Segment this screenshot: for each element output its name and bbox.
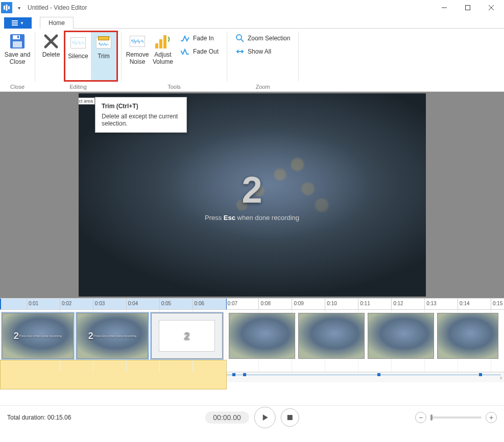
timeline-clip[interactable] (229, 313, 295, 359)
ruler-tick: 0:05 (159, 299, 171, 309)
timeline-clip[interactable]: 2Press Esc when done recording (2, 313, 74, 359)
svg-rect-12 (13, 41, 22, 47)
svg-rect-2 (8, 6, 10, 9)
timeline-ruler[interactable]: 0:010:020:030:040:050:060:070:080:090:10… (0, 299, 504, 310)
remove-noise-icon (129, 33, 146, 50)
tab-home[interactable]: Home (40, 17, 74, 29)
group-name-tools: Tools (167, 82, 181, 91)
file-menu-button[interactable]: ▼ (4, 17, 32, 29)
playhead-time: 00:00.00 (205, 411, 249, 424)
ruler-tick: 0:08 (258, 299, 270, 309)
fade-out-icon (181, 47, 190, 56)
zoom-slider-thumb[interactable] (430, 414, 433, 421)
svg-rect-8 (12, 22, 18, 23)
svg-rect-13 (17, 36, 19, 38)
save-icon (9, 33, 26, 50)
title-bar: ▾ Untitled - Video Editor (0, 0, 504, 15)
save-and-close-button[interactable]: Save and Close (3, 31, 32, 79)
silence-icon (69, 34, 87, 52)
group-name-close: Close (10, 82, 25, 91)
trim-button[interactable]: Trim (91, 32, 116, 80)
hint-prefix: Press (205, 214, 224, 222)
fade-out-button[interactable]: Fade Out (179, 46, 221, 57)
ruler-tick: 0:01 (27, 299, 38, 309)
svg-rect-4 (466, 6, 470, 10)
svg-rect-7 (12, 20, 18, 21)
ruler-tick: 0:07 (226, 299, 237, 309)
close-window-button[interactable] (479, 0, 503, 15)
adjust-volume-label: Adjust Volume (153, 52, 173, 66)
group-name-zoom: Zoom (256, 82, 270, 91)
save-and-close-label: Save and Close (5, 52, 31, 66)
total-duration: Total duration: 00:15.06 (7, 414, 71, 421)
play-button[interactable] (254, 407, 276, 428)
group-name-editing: Editing (69, 82, 87, 91)
zoom-slider[interactable] (430, 416, 482, 419)
adjust-volume-button[interactable]: Adjust Volume (150, 31, 176, 79)
ruler-tick: 0:12 (391, 299, 403, 309)
timeline-clip[interactable]: 2 (151, 313, 223, 359)
svg-rect-19 (287, 415, 293, 420)
zoom-selection-icon (235, 34, 245, 43)
ruler-tick: 0:04 (126, 299, 138, 309)
delete-button[interactable]: Delete (38, 31, 64, 79)
status-bar: Total duration: 00:15.06 00:00.00 − + (0, 405, 504, 429)
countdown-number: 2 (242, 169, 262, 211)
silence-button[interactable]: Silence (65, 32, 91, 80)
ruler-tick: 0:02 (60, 299, 71, 309)
silence-label: Silence (68, 53, 88, 60)
app-icon (1, 2, 12, 13)
ruler-tick: 0:14 (458, 299, 469, 309)
svg-point-16 (236, 35, 242, 40)
timeline-clip[interactable] (437, 313, 498, 359)
video-track[interactable]: 2Press Esc when done recording2Press Esc… (0, 310, 504, 372)
ruler-tick: 0:10 (325, 299, 337, 309)
remove-noise-label: Remove Noise (126, 52, 149, 66)
duration-label: Total duration: (7, 414, 47, 421)
trim-icon (95, 34, 112, 52)
maximize-button[interactable] (456, 0, 479, 15)
show-all-button[interactable]: Show All (233, 46, 292, 57)
ruler-tick: 0:15 (491, 299, 502, 309)
caret-down-icon: ▼ (20, 21, 24, 26)
trim-tooltip: Trim (Ctrl+T) Delete all except the curr… (95, 97, 187, 133)
show-all-label: Show All (248, 48, 271, 55)
delete-label: Delete (42, 52, 60, 59)
audio-track-segment[interactable] (227, 361, 501, 388)
timeline-clip[interactable] (298, 313, 365, 359)
adjust-volume-icon (154, 33, 172, 50)
preview-stage: lect area 2 Press Esc when done recordin… (0, 92, 504, 298)
timeline-clip[interactable] (368, 313, 434, 359)
ribbon: Save and Close Close Delete Silence (0, 29, 504, 92)
svg-rect-0 (4, 6, 5, 10)
svg-marker-18 (263, 414, 268, 421)
minimize-button[interactable] (433, 0, 456, 15)
tooltip-body: Delete all except the current selection. (102, 113, 180, 127)
stop-button[interactable] (281, 408, 299, 427)
ruler-tick: 0:06 (193, 299, 204, 309)
zoom-selection-button[interactable]: Zoom Selection (233, 33, 292, 44)
ribbon-group-zoom: Zoom Selection Show All Zoom (227, 29, 298, 91)
ribbon-tab-strip: ▼ Home (0, 15, 504, 29)
timeline-clip[interactable]: 2Press Esc when done recording (77, 313, 148, 359)
hint-suffix: when done recording (235, 214, 299, 222)
window-title: Untitled - Video Editor (26, 4, 87, 11)
ribbon-group-editing: Delete Silence Trim Editing (35, 29, 121, 91)
timeline[interactable]: 0:010:020:030:040:050:060:070:080:090:10… (0, 298, 504, 405)
ruler-tick: 0:03 (93, 299, 105, 309)
zoom-out-button[interactable]: − (415, 412, 426, 423)
ruler-tick: 0:13 (424, 299, 436, 309)
remove-noise-button[interactable]: Remove Noise (125, 31, 150, 79)
qat-dropdown-icon[interactable]: ▾ (15, 5, 22, 11)
zoom-selection-label: Zoom Selection (248, 35, 290, 42)
zoom-controls: − + (415, 412, 497, 423)
show-all-icon (235, 47, 245, 56)
fade-in-button[interactable]: Fade In (179, 33, 221, 44)
zoom-in-button[interactable]: + (486, 412, 497, 423)
timeline-gridline (226, 310, 226, 372)
trim-label: Trim (98, 53, 110, 60)
fade-out-label: Fade Out (193, 48, 219, 55)
tooltip-title: Trim (Ctrl+T) (102, 103, 180, 110)
fade-in-label: Fade In (193, 35, 214, 42)
ribbon-group-tools: Remove Noise Adjust Volume Fade In F (122, 29, 227, 91)
